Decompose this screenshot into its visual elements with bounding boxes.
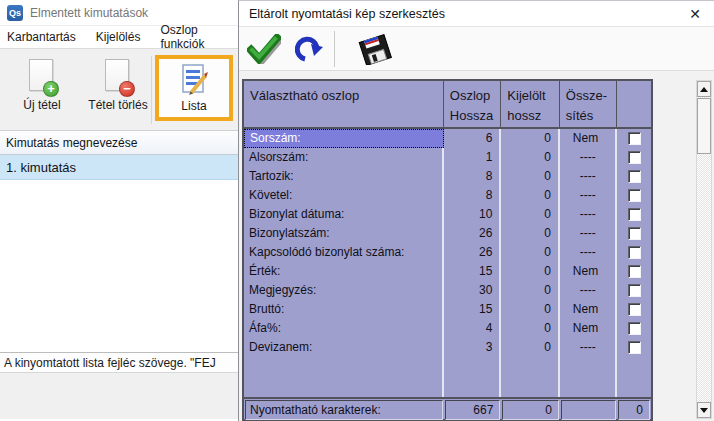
row-label[interactable]: Érték:	[244, 262, 444, 281]
row-check-cell[interactable]	[617, 319, 651, 338]
table-row[interactable]: Áfa%: 4 0 Nem	[244, 319, 651, 338]
row-check-cell[interactable]	[617, 129, 651, 148]
row-selected-length[interactable]: 0	[501, 186, 559, 205]
row-check-cell[interactable]	[617, 167, 651, 186]
report-list-item[interactable]: 1. kimutatás	[0, 155, 240, 180]
row-checkbox[interactable]	[628, 341, 641, 354]
row-checkbox[interactable]	[628, 189, 641, 202]
lista-button[interactable]: Lista	[155, 55, 233, 121]
header-oszlop-hossza[interactable]: Oszlop Hossza	[444, 81, 501, 127]
table-row[interactable]: Követel: 8 0 ----	[244, 186, 651, 205]
row-length[interactable]: 6	[444, 129, 501, 148]
row-checkbox[interactable]	[628, 322, 641, 335]
row-checkbox[interactable]	[628, 132, 641, 145]
row-summary[interactable]: Nem	[560, 319, 618, 338]
row-summary[interactable]: ----	[560, 167, 617, 186]
row-length[interactable]: 3	[444, 338, 501, 357]
row-checkbox[interactable]	[628, 246, 641, 259]
header-valaszthato-oszlop[interactable]: Választható oszlop	[244, 81, 444, 127]
table-row[interactable]: Devizanem: 3 0 ----	[244, 338, 651, 357]
row-selected-length[interactable]: 0	[501, 243, 559, 262]
row-label[interactable]: Alsorszám:	[244, 148, 444, 167]
report-list-body[interactable]	[0, 180, 240, 352]
row-selected-length[interactable]: 0	[501, 224, 559, 243]
row-label[interactable]: Tartozik:	[244, 167, 444, 186]
row-summary[interactable]: ----	[560, 186, 617, 205]
confirm-check-button[interactable]	[247, 34, 281, 64]
save-floppy-button[interactable]	[355, 33, 395, 65]
row-length[interactable]: 10	[444, 205, 501, 224]
row-check-cell[interactable]	[617, 300, 651, 319]
row-label[interactable]: Bizonylatszám:	[244, 224, 444, 243]
row-selected-length[interactable]: 0	[501, 319, 559, 338]
row-checkbox[interactable]	[628, 208, 641, 221]
header-osszesites[interactable]: Össze- sítés	[560, 81, 617, 127]
row-length[interactable]: 26	[444, 224, 501, 243]
row-selected-length[interactable]: 0	[501, 167, 559, 186]
row-checkbox[interactable]	[628, 265, 641, 278]
table-row[interactable]: Tartozik: 8 0 ----	[244, 167, 651, 186]
row-label[interactable]: Devizanem:	[244, 338, 444, 357]
menu-karbantartas[interactable]: Karbantartás	[5, 28, 78, 46]
scrollbar-thumb[interactable]	[697, 98, 711, 154]
row-summary[interactable]: ----	[560, 281, 617, 300]
close-icon[interactable]: ✕	[686, 6, 704, 22]
scroll-up-button[interactable]	[697, 81, 711, 97]
row-summary[interactable]: ----	[560, 224, 617, 243]
row-checkbox[interactable]	[628, 227, 641, 240]
row-label[interactable]: Követel:	[244, 186, 444, 205]
row-summary[interactable]: ----	[560, 205, 617, 224]
scroll-down-button[interactable]	[697, 402, 711, 418]
menu-kijeloles[interactable]: Kijelölés	[94, 28, 143, 46]
row-checkbox[interactable]	[628, 303, 641, 316]
row-summary[interactable]: ----	[560, 338, 617, 357]
row-length[interactable]: 8	[444, 167, 501, 186]
row-label[interactable]: Bizonylat dátuma:	[244, 205, 444, 224]
row-length[interactable]: 30	[444, 281, 501, 300]
row-check-cell[interactable]	[617, 224, 651, 243]
row-length[interactable]: 4	[444, 319, 501, 338]
row-check-cell[interactable]	[617, 338, 651, 357]
row-selected-length[interactable]: 0	[501, 148, 559, 167]
row-selected-length[interactable]: 0	[501, 281, 559, 300]
new-item-button[interactable]: + Új tétel	[6, 55, 78, 112]
row-checkbox[interactable]	[628, 151, 641, 164]
row-check-cell[interactable]	[617, 186, 651, 205]
row-checkbox[interactable]	[628, 170, 641, 183]
row-length[interactable]: 8	[444, 186, 501, 205]
table-row[interactable]: Kapcsolódó bizonylat száma: 26 0 ----	[244, 243, 651, 262]
row-check-cell[interactable]	[617, 243, 651, 262]
table-row[interactable]: Megjegyzés: 30 0 ----	[244, 281, 651, 300]
row-summary[interactable]: ----	[560, 243, 617, 262]
row-check-cell[interactable]	[617, 262, 651, 281]
row-checkbox[interactable]	[628, 284, 641, 297]
delete-item-button[interactable]: − Tétel törlés	[82, 55, 154, 112]
redo-arrow-button[interactable]	[295, 34, 327, 64]
row-summary[interactable]: Nem	[560, 300, 618, 319]
table-row[interactable]: Sorszám: 6 0 Nem	[244, 129, 651, 148]
row-length[interactable]: 26	[444, 243, 501, 262]
row-summary[interactable]: Nem	[560, 262, 618, 281]
row-selected-length[interactable]: 0	[501, 338, 559, 357]
row-length[interactable]: 15	[444, 300, 501, 319]
row-check-cell[interactable]	[617, 281, 651, 300]
row-summary[interactable]: Nem	[560, 129, 618, 148]
table-row[interactable]: Alsorszám: 1 0 ----	[244, 148, 651, 167]
row-summary[interactable]: ----	[560, 148, 617, 167]
header-kijelolt-hossz[interactable]: Kijelölt hossz	[501, 81, 559, 127]
row-length[interactable]: 15	[444, 262, 501, 281]
table-row[interactable]: Bizonylat dátuma: 10 0 ----	[244, 205, 651, 224]
table-row[interactable]: Bizonylatszám: 26 0 ----	[244, 224, 651, 243]
row-selected-length[interactable]: 0	[501, 262, 559, 281]
row-label[interactable]: Sorszám:	[244, 129, 444, 148]
report-list-header[interactable]: Kimutatás megnevezése	[0, 130, 240, 155]
row-selected-length[interactable]: 0	[501, 205, 559, 224]
row-label[interactable]: Megjegyzés:	[244, 281, 444, 300]
row-length[interactable]: 1	[444, 148, 501, 167]
row-selected-length[interactable]: 0	[501, 300, 559, 319]
header-checkbox-col[interactable]	[617, 81, 651, 127]
table-row[interactable]: Bruttó: 15 0 Nem	[244, 300, 651, 319]
table-row[interactable]: Érték: 15 0 Nem	[244, 262, 651, 281]
row-selected-length[interactable]: 0	[501, 129, 559, 148]
row-label[interactable]: Kapcsolódó bizonylat száma:	[244, 243, 444, 262]
